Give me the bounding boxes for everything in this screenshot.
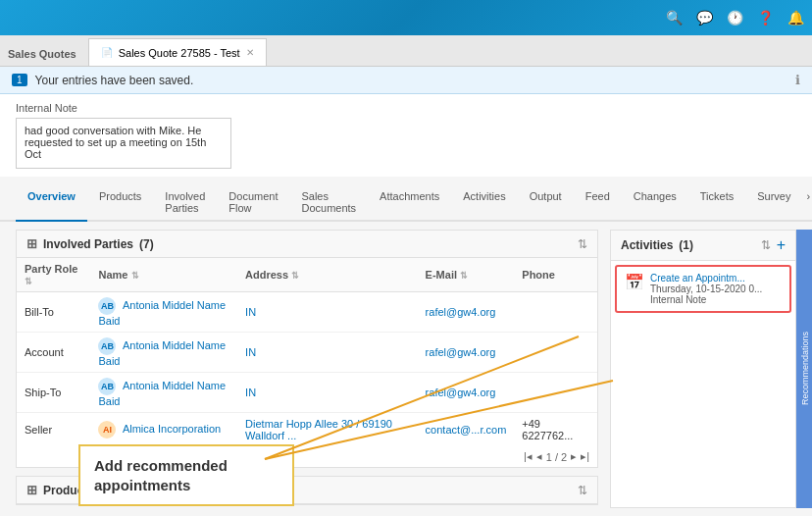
activity-type: Internal Note (650, 294, 782, 305)
page-prev-prev[interactable]: |◂ (524, 450, 533, 463)
chat-icon[interactable]: 💬 (696, 10, 713, 26)
avatar: AB (98, 297, 116, 315)
table-row: Account AB Antonia Middel Name Baid IN r… (17, 333, 597, 373)
name-link[interactable]: Antonia Middel Name Baid (98, 299, 226, 327)
cell-party-role: Ship-To (17, 373, 90, 413)
avatar: AB (98, 337, 116, 355)
internal-note-section: Internal Note had good conversation with… (0, 94, 812, 177)
address-link[interactable]: Dietmar Hopp Allee 30 / 69190 Walldorf .… (245, 418, 392, 441)
name-link[interactable]: Antonia Middel Name Baid (98, 380, 226, 407)
cell-address: IN (237, 373, 418, 413)
activities-add-icon[interactable]: + (777, 236, 786, 254)
internal-note-label: Internal Note (16, 102, 796, 114)
cell-name: AB Antonia Middel Name Baid (90, 373, 237, 413)
help-icon[interactable]: ❓ (757, 10, 774, 26)
tab-changes[interactable]: Changes (622, 184, 688, 222)
email-link[interactable]: rafel@gw4.org (426, 306, 496, 318)
tab-sales-documents[interactable]: Sales Documents (289, 184, 368, 222)
address-link[interactable]: IN (245, 387, 256, 398)
tab-activities[interactable]: Activities (451, 184, 517, 222)
cell-email: contact@...r.com (418, 413, 515, 447)
address-link[interactable]: IN (245, 306, 256, 318)
tab-output[interactable]: Output (518, 184, 574, 222)
col-name: Name ⇅ (90, 258, 237, 292)
table-row: Bill-To AB Antonia Middel Name Baid IN r… (17, 292, 597, 333)
callout-area: Add recommended appointments (78, 444, 294, 506)
tab-doc-icon: 📄 (101, 47, 113, 58)
involved-parties-header: ⊞ Involved Parties (7) ⇅ (17, 231, 597, 258)
tab-overview[interactable]: Overview (16, 184, 87, 222)
involved-parties-label: Involved Parties (43, 237, 133, 251)
activities-title: Activities (1) (621, 238, 693, 252)
page-current: 1 / 2 (546, 451, 567, 463)
cell-email: rafel@gw4.org (418, 333, 515, 373)
email-link[interactable]: rafel@gw4.org (426, 346, 496, 358)
activity-item[interactable]: 📅 Create an Appointm... Thursday, 10-15-… (615, 265, 791, 313)
tab-products[interactable]: Products (87, 184, 153, 222)
avatar: AB (98, 378, 116, 395)
name-link[interactable]: Almica Incorporation (123, 423, 221, 435)
right-panel: Activities (1) ⇅ + 📅 Create an Appointm.… (610, 230, 796, 508)
bell-icon[interactable]: 🔔 (787, 10, 804, 26)
nav-tabs-more-icon[interactable]: › (803, 184, 813, 220)
cell-address: IN (237, 333, 418, 373)
cell-name: AI Almica Incorporation (90, 413, 237, 447)
page-next[interactable]: ▸ (571, 450, 577, 463)
email-link[interactable]: rafel@gw4.org (426, 387, 496, 398)
products-icon: ⊞ (26, 483, 37, 497)
col-phone: Phone (514, 258, 597, 292)
top-bar: 🔍 💬 🕐 ❓ 🔔 (0, 0, 812, 35)
involved-parties-sort-icon[interactable]: ⇅ (578, 237, 587, 251)
tab-document-flow[interactable]: Document Flow (217, 184, 289, 222)
activity-details: Create an Appointm... Thursday, 10-15-20… (650, 273, 782, 305)
tab-close-icon[interactable]: ✕ (246, 47, 254, 58)
involved-parties-count: (7) (139, 237, 154, 251)
email-link[interactable]: contact@...r.com (426, 424, 507, 436)
involved-parties-title: ⊞ Involved Parties (7) (26, 236, 154, 251)
tab-tickets[interactable]: Tickets (688, 184, 745, 222)
recommendations-sidebar[interactable]: Recommendations (796, 230, 812, 508)
activity-date: Thursday, 10-15-2020 0... (650, 284, 782, 294)
nav-tabs: Overview Products Involved Parties Docum… (0, 184, 812, 222)
involved-parties-section: ⊞ Involved Parties (7) ⇅ Party Role ⇅ Na… (16, 230, 598, 468)
tab-attachments[interactable]: Attachments (368, 184, 451, 222)
cell-email: rafel@gw4.org (418, 373, 515, 413)
search-icon[interactable]: 🔍 (666, 10, 683, 26)
history-icon[interactable]: 🕐 (727, 10, 743, 26)
cell-name: AB Antonia Middel Name Baid (90, 333, 237, 373)
cell-party-role: Account (17, 333, 90, 373)
callout-box: Add recommended appointments (78, 444, 294, 506)
cell-party-role: Seller (17, 413, 90, 447)
involved-parties-icon: ⊞ (26, 236, 37, 251)
calendar-icon: 📅 (625, 273, 644, 291)
recommendations-label: Recommendations (800, 332, 810, 405)
tab-bar: Sales Quotes 📄 Sales Quote 27585 - Test … (0, 35, 812, 67)
notification-badge: 1 (12, 74, 27, 86)
cell-address: Dietmar Hopp Allee 30 / 69190 Walldorf .… (237, 413, 418, 447)
tab-involved-parties[interactable]: Involved Parties (153, 184, 217, 222)
activities-section: Activities (1) ⇅ + 📅 Create an Appointm.… (610, 230, 796, 508)
main-area: ⊞ Involved Parties (7) ⇅ Party Role ⇅ Na… (0, 230, 812, 516)
col-email: E-Mail ⇅ (418, 258, 515, 292)
page-next-next[interactable]: ▸| (581, 450, 589, 463)
table-row: Ship-To AB Antonia Middel Name Baid IN r… (17, 373, 597, 413)
tab-sales-quote[interactable]: 📄 Sales Quote 27585 - Test ✕ (88, 38, 267, 66)
cell-phone (514, 373, 597, 413)
tab-feed[interactable]: Feed (574, 184, 622, 222)
products-sort-icon[interactable]: ⇅ (578, 484, 587, 497)
page-prev[interactable]: ◂ (536, 450, 542, 463)
name-link[interactable]: Antonia Middel Name Baid (98, 339, 226, 367)
notification-info-icon[interactable]: ℹ (795, 73, 800, 87)
tab-survey[interactable]: Survey (745, 184, 802, 222)
callout-text: Add recommended appointments (94, 457, 228, 493)
address-link[interactable]: IN (245, 346, 256, 358)
activities-count: (1) (679, 238, 693, 252)
notification-bar: 1 Your entries have been saved. ℹ (0, 67, 812, 94)
cell-phone: +49 6227762... (514, 413, 597, 447)
activity-title: Create an Appointm... (650, 273, 782, 284)
activities-header: Activities (1) ⇅ + (611, 231, 795, 261)
col-address: Address ⇅ (237, 258, 418, 292)
tab-label: Sales Quote 27585 - Test (119, 47, 240, 59)
activities-sort-icon[interactable]: ⇅ (761, 238, 771, 252)
involved-parties-table: Party Role ⇅ Name ⇅ Address ⇅ E-Mail ⇅ P… (17, 258, 597, 446)
